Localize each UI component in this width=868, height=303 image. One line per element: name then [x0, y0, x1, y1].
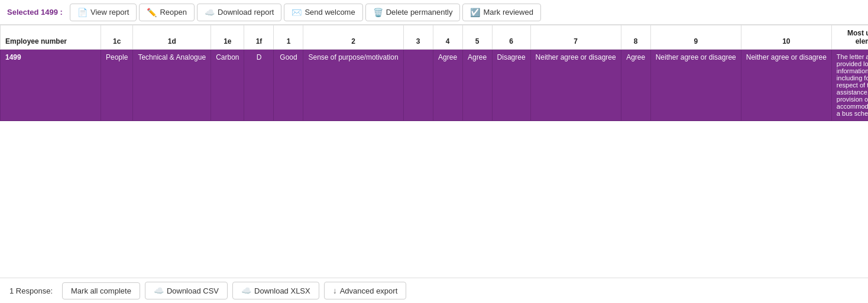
cell-employee-number: 1499: [1, 50, 101, 121]
download-xlsx-icon: ☁️: [241, 286, 251, 295]
mark-reviewed-button[interactable]: ☑️ Mark reviewed: [462, 4, 541, 21]
cell-1c: People: [101, 50, 133, 121]
cell-1d: Technical & Analogue: [133, 50, 211, 121]
send-welcome-icon: ✉️: [292, 8, 302, 17]
col-header-9: 9: [650, 25, 741, 50]
cell-8: Agree: [621, 50, 650, 121]
col-header-most-useful: Most useful elem…: [831, 25, 868, 50]
cell-4: Agree: [433, 50, 462, 121]
cell-6: Disagree: [492, 50, 530, 121]
download-xlsx-label: Download XLSX: [254, 286, 310, 295]
download-xlsx-button[interactable]: ☁️ Download XLSX: [232, 282, 319, 299]
advanced-export-button[interactable]: ↓ Advanced export: [324, 282, 407, 299]
col-header-1f: 1f: [244, 25, 274, 50]
col-header-2: 2: [303, 25, 403, 50]
col-header-10: 10: [741, 25, 831, 50]
col-header-1c: 1c: [101, 25, 133, 50]
col-header-3: 3: [403, 25, 433, 50]
col-header-employee-number: Employee number: [1, 25, 101, 50]
col-header-1e: 1e: [211, 25, 244, 50]
delete-permanently-label: Delete permanently: [386, 8, 453, 17]
col-header-7: 7: [530, 25, 621, 50]
download-csv-button[interactable]: ☁️ Download CSV: [145, 282, 228, 299]
cell-1f: D: [244, 50, 274, 121]
data-table: Employee number 1c 1d 1e 1f 1 2 3 4 5 6 …: [0, 25, 868, 121]
send-welcome-label: Send welcome: [305, 8, 355, 17]
col-header-4: 4: [433, 25, 462, 50]
cell-3: [403, 50, 433, 121]
col-header-1: 1: [274, 25, 303, 50]
download-report-button[interactable]: ☁️ Download report: [197, 4, 281, 21]
cell-7: Neither agree or disagree: [530, 50, 621, 121]
cell-most-useful: The letter also provided logistical info…: [831, 50, 868, 121]
selected-count: Selected 1499 :: [7, 8, 63, 17]
toolbar: Selected 1499 : 📄 View report ✏️ Reopen …: [0, 0, 868, 25]
advanced-export-label: Advanced export: [340, 286, 398, 295]
reopen-label: Reopen: [160, 8, 187, 17]
cell-5: Agree: [462, 50, 492, 121]
mark-all-complete-button[interactable]: Mark all complete: [62, 282, 140, 299]
delete-icon: 🗑️: [373, 8, 383, 17]
advanced-export-icon: ↓: [333, 286, 337, 295]
cell-10: Neither agree or disagree: [741, 50, 831, 121]
col-header-8: 8: [621, 25, 650, 50]
cell-2: Sense of purpose/motivation: [303, 50, 403, 121]
view-report-button[interactable]: 📄 View report: [70, 4, 137, 21]
col-header-6: 6: [492, 25, 530, 50]
mark-reviewed-icon: ☑️: [470, 8, 480, 17]
mark-reviewed-label: Mark reviewed: [483, 8, 533, 17]
report-icon: 📄: [77, 8, 88, 17]
table-header-row: Employee number 1c 1d 1e 1f 1 2 3 4 5 6 …: [1, 25, 869, 50]
reopen-button[interactable]: ✏️ Reopen: [139, 4, 195, 21]
col-header-5: 5: [462, 25, 492, 50]
response-count: 1 Response:: [9, 286, 53, 295]
cell-9: Neither agree or disagree: [650, 50, 741, 121]
cell-1e: Carbon: [211, 50, 244, 121]
send-welcome-button[interactable]: ✉️ Send welcome: [284, 4, 362, 21]
view-report-label: View report: [90, 8, 129, 17]
download-csv-label: Download CSV: [167, 286, 219, 295]
reopen-icon: ✏️: [147, 8, 157, 17]
cell-1: Good: [274, 50, 303, 121]
delete-permanently-button[interactable]: 🗑️ Delete permanently: [365, 4, 461, 21]
mark-all-complete-label: Mark all complete: [71, 286, 131, 295]
download-report-icon: ☁️: [205, 8, 215, 17]
download-csv-icon: ☁️: [154, 286, 164, 295]
table-row[interactable]: 1499 People Technical & Analogue Carbon …: [1, 50, 869, 121]
bottom-bar: 1 Response: Mark all complete ☁️ Downloa…: [0, 278, 868, 303]
download-report-label: Download report: [218, 8, 274, 17]
table-wrapper: Employee number 1c 1d 1e 1f 1 2 3 4 5 6 …: [0, 25, 868, 278]
col-header-1d: 1d: [133, 25, 211, 50]
